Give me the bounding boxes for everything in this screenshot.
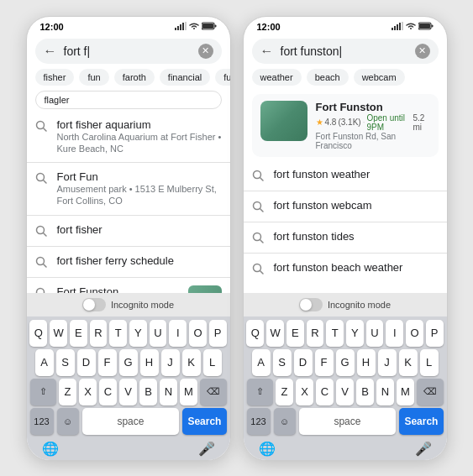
kb-k[interactable]: K — [182, 349, 201, 376]
kb-n[interactable]: N — [160, 379, 177, 405]
incognito-toggle-1[interactable] — [82, 298, 106, 311]
mic-icon-1[interactable]: 🎤 — [198, 441, 215, 457]
kb2-j[interactable]: J — [378, 349, 397, 376]
back-button-2[interactable]: ← — [260, 44, 274, 59]
globe-icon-1[interactable]: 🌐 — [42, 441, 59, 457]
result-1-1[interactable]: Fort Fun Amusement park • 1513 E Mulberr… — [27, 165, 230, 213]
kb2-k[interactable]: K — [399, 349, 418, 376]
kb-i[interactable]: I — [169, 320, 187, 347]
kb-w[interactable]: W — [50, 320, 67, 347]
chip-1-0[interactable]: fisher — [35, 69, 75, 86]
kb-f[interactable]: F — [98, 349, 117, 376]
result-2-0[interactable]: fort funston weather — [244, 162, 447, 189]
kb2-search[interactable]: Search — [399, 408, 443, 435]
kb-l[interactable]: L — [203, 349, 222, 376]
kb-g[interactable]: G — [119, 349, 138, 376]
kb-d[interactable]: D — [77, 349, 96, 376]
incognito-toggle-2[interactable] — [299, 298, 323, 311]
kb2-i[interactable]: I — [386, 320, 403, 347]
kb2-e[interactable]: E — [286, 320, 304, 347]
search-icon-1-2 — [35, 225, 49, 238]
kb2-emoji[interactable]: ☺ — [274, 408, 296, 435]
kb2-w[interactable]: W — [266, 320, 284, 347]
kb-num-1[interactable]: 123 — [30, 408, 54, 435]
kb2-a[interactable]: A — [252, 349, 271, 376]
kb2-num[interactable]: 123 — [247, 408, 271, 435]
kb2-x[interactable]: X — [296, 379, 313, 405]
result-1-0[interactable]: fort fisher aquarium North Carolina Aqua… — [27, 112, 230, 161]
search-query-2[interactable]: fort funston| — [281, 44, 410, 58]
featured-result-2[interactable]: Fort Funston ★ 4.8 (3.1K) · Open until 9… — [252, 94, 439, 157]
result-1-4[interactable]: Fort Funston Park • Fort Funston Rd, San — [27, 280, 230, 293]
mic-icon-2[interactable]: 🎤 — [415, 441, 432, 457]
kb-m[interactable]: M — [180, 379, 197, 405]
kb-shift-1[interactable]: ⇧ — [30, 379, 57, 405]
kb2-q[interactable]: Q — [246, 320, 264, 347]
kb-v[interactable]: V — [119, 379, 137, 405]
kb2-d[interactable]: D — [294, 349, 313, 376]
result-2-2[interactable]: fort funston tides — [244, 224, 447, 251]
search-bar-1[interactable]: ← fort f| ✕ — [35, 39, 222, 64]
svg-rect-2 — [180, 24, 181, 30]
chip-2-1[interactable]: beach — [307, 69, 349, 86]
kb-p[interactable]: P — [209, 320, 227, 347]
kb-o[interactable]: O — [189, 320, 207, 347]
kb-space-1[interactable]: space — [82, 408, 180, 435]
kb2-f[interactable]: F — [315, 349, 334, 376]
search-bar-2[interactable]: ← fort funston| ✕ — [252, 39, 439, 64]
kb2-space[interactable]: space — [299, 408, 397, 435]
kb2-u[interactable]: U — [366, 320, 384, 347]
result-2-3[interactable]: fort funston beach weather — [244, 255, 447, 282]
chip-2-2[interactable]: webcam — [354, 69, 405, 86]
kb2-l[interactable]: L — [420, 349, 439, 376]
kb-q[interactable]: Q — [29, 320, 47, 347]
result-1-3[interactable]: fort fisher ferry schedule — [27, 248, 230, 275]
kb2-m[interactable]: M — [397, 379, 414, 405]
kb2-z[interactable]: Z — [276, 379, 293, 405]
kb-emoji-1[interactable]: ☺ — [57, 408, 79, 435]
kb2-g[interactable]: G — [336, 349, 355, 376]
clear-button-1[interactable]: ✕ — [198, 44, 213, 59]
back-button-1[interactable]: ← — [44, 44, 57, 59]
kb-e[interactable]: E — [70, 320, 87, 347]
kb2-h[interactable]: H — [357, 349, 376, 376]
kb-search-1[interactable]: Search — [182, 408, 226, 435]
kb-z[interactable]: Z — [59, 379, 76, 405]
clear-button-2[interactable]: ✕ — [415, 44, 430, 59]
kb-b[interactable]: B — [139, 379, 157, 405]
kb2-t[interactable]: T — [326, 320, 344, 347]
kb2-o[interactable]: O — [406, 320, 423, 347]
globe-icon-2[interactable]: 🌐 — [259, 441, 276, 457]
kb2-c[interactable]: C — [316, 379, 334, 405]
special-chip-1[interactable]: flagler — [35, 91, 222, 109]
kb2-s[interactable]: S — [273, 349, 292, 376]
chip-1-1[interactable]: fun — [79, 69, 108, 86]
kb-r[interactable]: R — [90, 320, 108, 347]
kb-h[interactable]: H — [140, 349, 159, 376]
kb2-backspace[interactable]: ⌫ — [417, 379, 444, 405]
kb-u[interactable]: U — [150, 320, 167, 347]
kb2-y[interactable]: Y — [346, 320, 364, 347]
result-1-2[interactable]: fort fisher — [27, 217, 230, 244]
kb2-shift[interactable]: ⇧ — [247, 379, 274, 405]
chip-1-2[interactable]: faroth — [114, 69, 155, 86]
kb2-p[interactable]: P — [426, 320, 444, 347]
chip-1-3[interactable]: financial — [160, 69, 210, 86]
chip-1-4[interactable]: funston — [215, 69, 229, 86]
svg-rect-1 — [177, 26, 179, 30]
kb-y[interactable]: Y — [129, 320, 147, 347]
chip-2-0[interactable]: weather — [252, 69, 302, 86]
kb2-n[interactable]: N — [376, 379, 394, 405]
kb-a[interactable]: A — [35, 349, 54, 376]
kb-c[interactable]: C — [99, 379, 117, 405]
kb2-v[interactable]: V — [336, 379, 354, 405]
kb-s[interactable]: S — [56, 349, 75, 376]
kb-backspace-1[interactable]: ⌫ — [200, 379, 227, 405]
kb-t[interactable]: T — [109, 320, 127, 347]
kb2-b[interactable]: B — [356, 379, 374, 405]
result-2-1[interactable]: fort funston webcam — [244, 193, 447, 220]
kb-x[interactable]: X — [79, 379, 97, 405]
search-query-1[interactable]: fort f| — [64, 44, 193, 58]
kb-j[interactable]: J — [161, 349, 180, 376]
kb2-r[interactable]: R — [307, 320, 324, 347]
